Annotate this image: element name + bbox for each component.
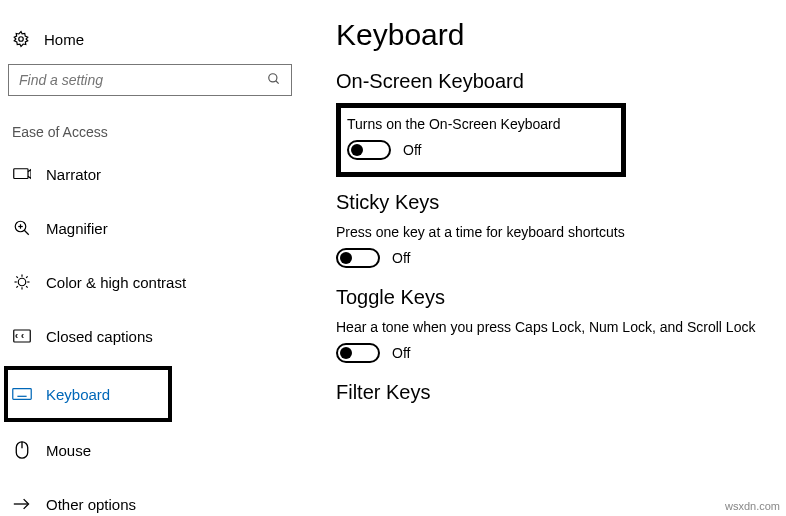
highlight-osk: Turns on the On-Screen Keyboard Off bbox=[336, 103, 626, 177]
svg-line-5 bbox=[24, 230, 29, 235]
svg-point-0 bbox=[19, 37, 24, 42]
sidebar-item-label: Color & high contrast bbox=[46, 274, 186, 291]
sidebar-item-magnifier[interactable]: Magnifier bbox=[8, 208, 292, 248]
sidebar-item-label: Other options bbox=[46, 496, 136, 513]
gear-icon bbox=[12, 30, 30, 48]
togglekeys-toggle[interactable] bbox=[336, 343, 380, 363]
sticky-toggle-row: Off bbox=[336, 248, 766, 268]
sidebar-item-other[interactable]: Other options bbox=[8, 484, 292, 516]
sidebar-item-captions[interactable]: Closed captions bbox=[8, 316, 292, 356]
sticky-state: Off bbox=[392, 250, 410, 266]
home-label: Home bbox=[44, 31, 84, 48]
svg-point-1 bbox=[269, 73, 277, 81]
watermark: wsxdn.com bbox=[725, 500, 780, 512]
togglekeys-section: Toggle Keys Hear a tone when you press C… bbox=[336, 286, 766, 363]
togglekeys-state: Off bbox=[392, 345, 410, 361]
sidebar-item-mouse[interactable]: Mouse bbox=[8, 430, 292, 470]
svg-line-16 bbox=[26, 276, 28, 278]
togglekeys-heading: Toggle Keys bbox=[336, 286, 766, 309]
osk-toggle[interactable] bbox=[347, 140, 391, 160]
sticky-toggle[interactable] bbox=[336, 248, 380, 268]
svg-rect-3 bbox=[14, 169, 28, 179]
sidebar-item-label: Keyboard bbox=[46, 386, 110, 403]
svg-line-13 bbox=[16, 276, 18, 278]
sticky-desc: Press one key at a time for keyboard sho… bbox=[336, 224, 766, 240]
sidebar-item-contrast[interactable]: Color & high contrast bbox=[8, 262, 292, 302]
mouse-icon bbox=[12, 440, 32, 460]
sticky-heading: Sticky Keys bbox=[336, 191, 766, 214]
content-pane: Keyboard On-Screen Keyboard Turns on the… bbox=[300, 0, 786, 516]
osk-state: Off bbox=[403, 142, 421, 158]
search-box[interactable] bbox=[8, 64, 292, 96]
arrow-right-icon bbox=[12, 494, 32, 514]
sidebar-item-label: Narrator bbox=[46, 166, 101, 183]
osk-heading: On-Screen Keyboard bbox=[336, 70, 766, 93]
contrast-icon bbox=[12, 272, 32, 292]
osk-toggle-row: Off bbox=[347, 140, 609, 160]
page-title: Keyboard bbox=[336, 18, 766, 52]
sidebar-item-label: Magnifier bbox=[46, 220, 108, 237]
narrator-icon bbox=[12, 164, 32, 184]
sidebar: Home Ease of Access Narrator Magnifier bbox=[0, 0, 300, 516]
togglekeys-toggle-row: Off bbox=[336, 343, 766, 363]
search-icon bbox=[267, 72, 281, 89]
svg-point-8 bbox=[18, 278, 26, 286]
home-button[interactable]: Home bbox=[8, 24, 292, 58]
filter-heading: Filter Keys bbox=[336, 381, 766, 404]
sticky-section: Sticky Keys Press one key at a time for … bbox=[336, 191, 766, 268]
osk-desc: Turns on the On-Screen Keyboard bbox=[347, 116, 609, 132]
svg-line-2 bbox=[276, 80, 279, 83]
sidebar-item-label: Closed captions bbox=[46, 328, 153, 345]
keyboard-icon bbox=[12, 384, 32, 404]
sidebar-item-label: Mouse bbox=[46, 442, 91, 459]
svg-rect-18 bbox=[13, 389, 31, 400]
togglekeys-desc: Hear a tone when you press Caps Lock, Nu… bbox=[336, 319, 766, 335]
captions-icon bbox=[12, 326, 32, 346]
magnifier-icon bbox=[12, 218, 32, 238]
sidebar-item-keyboard[interactable]: Keyboard bbox=[8, 374, 168, 414]
highlight-keyboard: Keyboard bbox=[4, 366, 172, 422]
group-header: Ease of Access bbox=[8, 116, 292, 154]
svg-line-15 bbox=[16, 286, 18, 288]
svg-line-14 bbox=[26, 286, 28, 288]
sidebar-item-narrator[interactable]: Narrator bbox=[8, 154, 292, 194]
search-input[interactable] bbox=[19, 72, 267, 88]
